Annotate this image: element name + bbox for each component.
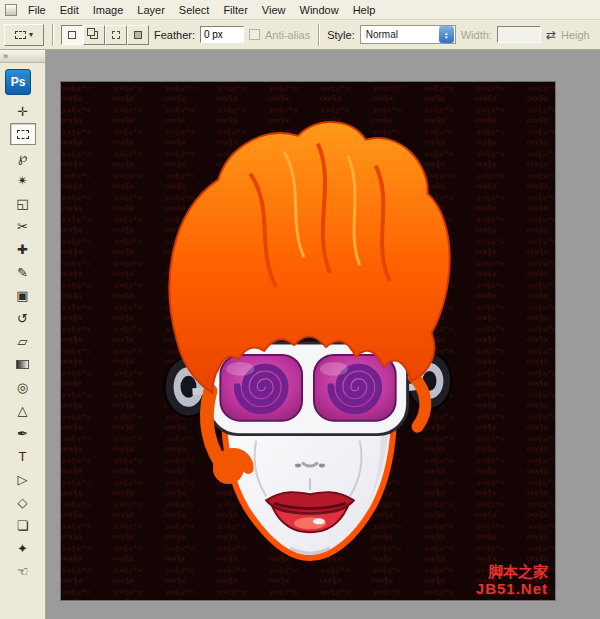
- separator: [318, 24, 319, 46]
- rectangular-marquee-tool-icon: [17, 130, 29, 139]
- width-label: Width:: [461, 29, 492, 41]
- menu-select[interactable]: Select: [172, 2, 217, 18]
- subtract-from-selection-icon: [112, 31, 120, 39]
- add-to-selection-icon: [87, 28, 95, 36]
- eyedropper-tool-icon: ✦: [17, 541, 28, 556]
- crop-tool-icon: ◱: [16, 196, 28, 211]
- brush-tool-button[interactable]: ✎: [10, 261, 36, 283]
- palette-collapse-grip[interactable]: »: [0, 50, 45, 63]
- shape-tool-icon: ◇: [18, 495, 28, 510]
- history-brush-tool-button[interactable]: ↺: [10, 307, 36, 329]
- add-to-selection-button[interactable]: [83, 25, 105, 45]
- brush-tool-icon: ✎: [17, 265, 28, 280]
- illustration: x¤§x*¤ *§x¤x§x: [61, 82, 555, 600]
- chevron-down-icon: ▾: [29, 30, 33, 39]
- path-selection-tool-icon: ▷: [18, 472, 28, 487]
- move-tool-button[interactable]: ✛: [10, 100, 36, 122]
- swap-dimensions-icon[interactable]: ⇄: [546, 28, 556, 42]
- slice-tool-button[interactable]: ✂: [10, 215, 36, 237]
- menu-file[interactable]: File: [21, 2, 53, 18]
- type-tool-icon: T: [19, 449, 27, 464]
- blur-tool-icon: ◎: [17, 380, 28, 395]
- notes-tool-icon: ❏: [17, 518, 29, 533]
- shape-tool-button[interactable]: ◇: [10, 491, 36, 513]
- menu-edit[interactable]: Edit: [53, 2, 86, 18]
- healing-brush-tool-icon: ✚: [17, 242, 28, 257]
- tool-preset-picker[interactable]: ▾: [4, 24, 44, 46]
- menu-view[interactable]: View: [255, 2, 293, 18]
- eraser-tool-button[interactable]: ▱: [10, 330, 36, 352]
- clone-stamp-tool-icon: ▣: [16, 288, 28, 303]
- height-label: Heigh: [561, 29, 590, 41]
- lasso-tool-button[interactable]: ℘: [10, 146, 36, 168]
- eyedropper-tool-button[interactable]: ✦: [10, 537, 36, 559]
- combo-arrows-icon: ▴▾: [439, 26, 454, 43]
- gradient-tool-icon: [16, 360, 29, 369]
- path-selection-tool-button[interactable]: ▷: [10, 468, 36, 490]
- intersect-selection-icon: [134, 31, 142, 39]
- new-selection-icon: [68, 31, 76, 39]
- tool-palette: » Ps ✛℘✴◱✂✚✎▣↺▱◎△✒T▷◇❏✦☜: [0, 50, 46, 619]
- photoshop-logo: Ps: [5, 69, 31, 95]
- type-tool-button[interactable]: T: [10, 445, 36, 467]
- separator: [52, 24, 53, 46]
- feather-label: Feather:: [154, 29, 195, 41]
- lasso-tool-icon: ℘: [18, 150, 27, 165]
- menu-help[interactable]: Help: [346, 2, 383, 18]
- marquee-icon: [15, 31, 26, 39]
- intersect-selection-button[interactable]: [127, 25, 149, 45]
- watermark-line2: JB51.Net: [476, 580, 548, 597]
- move-tool-icon: ✛: [17, 104, 28, 119]
- anti-alias-label: Anti-alias: [265, 29, 310, 41]
- watermark-line1: 脚本之家: [476, 563, 548, 580]
- photoshop-window: FileEditImageLayerSelectFilterViewWindow…: [0, 0, 600, 619]
- hand-tool-button[interactable]: ☜: [10, 560, 36, 582]
- gradient-tool-button[interactable]: [10, 353, 36, 375]
- width-input: [497, 26, 541, 43]
- canvas-area: x¤§x*¤ *§x¤x§x: [46, 50, 600, 619]
- pen-tool-button[interactable]: ✒: [10, 422, 36, 444]
- magic-wand-tool-button[interactable]: ✴: [10, 169, 36, 191]
- slice-tool-icon: ✂: [17, 219, 28, 234]
- style-select[interactable]: Normal ▴▾: [360, 25, 456, 44]
- rectangular-marquee-tool-button[interactable]: [10, 123, 36, 145]
- options-bar: ▾ Feather: Anti-alias Style: Normal ▴▾ W…: [0, 20, 600, 50]
- dodge-tool-icon: △: [18, 403, 28, 418]
- dodge-tool-button[interactable]: △: [10, 399, 36, 421]
- feather-input[interactable]: [200, 26, 244, 43]
- clone-stamp-tool-button[interactable]: ▣: [10, 284, 36, 306]
- anti-alias-checkbox: [249, 29, 260, 40]
- document-canvas[interactable]: x¤§x*¤ *§x¤x§x: [60, 81, 556, 601]
- watermark: 脚本之家 JB51.Net: [476, 563, 548, 598]
- menu-image[interactable]: Image: [86, 2, 131, 18]
- menu-filter[interactable]: Filter: [216, 2, 254, 18]
- crop-tool-button[interactable]: ◱: [10, 192, 36, 214]
- selection-mode-group: [61, 25, 149, 45]
- blur-tool-button[interactable]: ◎: [10, 376, 36, 398]
- notes-tool-button[interactable]: ❏: [10, 514, 36, 536]
- menu-window[interactable]: Window: [293, 2, 346, 18]
- style-label: Style:: [327, 29, 355, 41]
- healing-brush-tool-button[interactable]: ✚: [10, 238, 36, 260]
- menu-bar: FileEditImageLayerSelectFilterViewWindow…: [0, 0, 600, 20]
- eraser-tool-icon: ▱: [18, 334, 28, 349]
- new-selection-button[interactable]: [61, 25, 83, 45]
- style-value: Normal: [361, 29, 439, 40]
- pen-tool-icon: ✒: [17, 426, 28, 441]
- app-icon: [5, 4, 17, 16]
- hand-tool-icon: ☜: [17, 564, 29, 579]
- magic-wand-tool-icon: ✴: [17, 173, 28, 188]
- history-brush-tool-icon: ↺: [17, 311, 28, 326]
- subtract-from-selection-button[interactable]: [105, 25, 127, 45]
- menu-layer[interactable]: Layer: [130, 2, 172, 18]
